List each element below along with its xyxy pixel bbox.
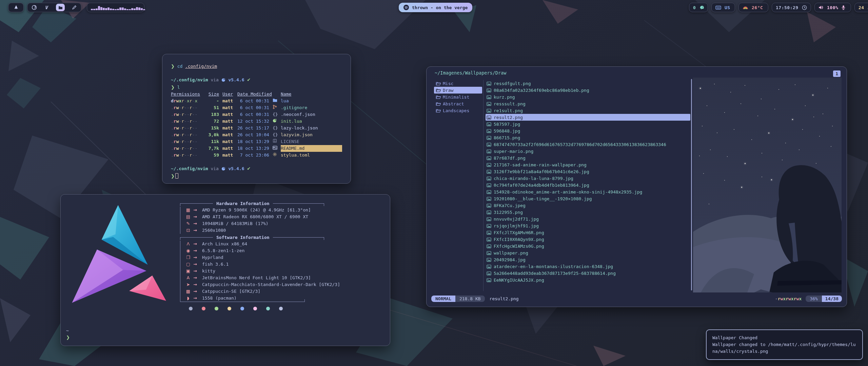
file-row[interactable]: 3122955.png	[486, 209, 690, 216]
image-file-icon	[487, 149, 491, 154]
visualizer-bar	[91, 9, 93, 10]
file-row[interactable]: FXfcJlTXgAMvH6R.png	[486, 229, 690, 236]
arrow-icon: →	[193, 247, 202, 254]
file-row[interactable]: super-mario.png	[486, 148, 690, 155]
listing-row: .rw-r--r--7,7kmatt18 oct 13:29README.md	[171, 145, 342, 152]
tray-updates[interactable]: 0	[689, 3, 708, 12]
file-row[interactable]: atardecer-en-la-montanas-ilustracion-634…	[486, 263, 690, 270]
file-row[interactable]: EeNKYgIUcAAJ5JX.png	[486, 277, 690, 283]
file-row[interactable]: result2.png	[486, 114, 690, 121]
check-icon: ✔	[247, 77, 251, 82]
image-file-icon	[487, 271, 491, 276]
file-row[interactable]: 87r687df.png	[486, 155, 690, 161]
file-name: 68747470733a2f2f696d616765732d7769786d70…	[494, 142, 666, 147]
visualizer-bar	[115, 9, 117, 10]
file-name: chica-mirando-la-luna-8799.jpg	[494, 176, 573, 181]
workspace-firefox[interactable]	[31, 4, 37, 11]
file-row[interactable]: re1sult.png	[486, 107, 690, 114]
file-name: rsjqojlmjhf91.jpg	[494, 223, 539, 228]
tray-weather[interactable]: 26°C	[738, 3, 768, 12]
file-row[interactable]: 8FKa7Cu.jpeg	[486, 202, 690, 209]
file-row[interactable]: FXfcII0X0AQyn9X.png	[486, 236, 690, 243]
file-row[interactable]: 0c794faf07de24a4db4d4fb1eb813964.jpg	[486, 182, 690, 188]
theme-icon: ▩	[183, 288, 193, 295]
file-row[interactable]: 68747470733a2f2f696d616765732d7769786d70…	[486, 141, 690, 148]
packages-icon: ◗	[183, 295, 193, 302]
file-row[interactable]: 866715.png	[486, 134, 690, 141]
file-row[interactable]: 587597.jpg	[486, 121, 690, 127]
terminal-window[interactable]: ❯ cd .config/nvim ~/.config/nvim via v5.…	[162, 54, 351, 184]
file-name: 0c794faf07de24a4db4d4fb1eb813964.jpg	[494, 183, 589, 188]
notification-title: Wallpaper Changed	[712, 334, 856, 341]
file-row[interactable]: 217167-sad-anime-rain-wallpaper.png	[486, 161, 690, 168]
sidebar-directory-minimalist[interactable]: Minimalist	[434, 94, 482, 100]
arrow-icon: →	[193, 220, 202, 227]
status-filename: result2.png	[490, 296, 519, 301]
workspace-files-active[interactable]	[56, 4, 65, 11]
info-row: ◉→6.5.8-zen1-1-zen	[180, 247, 383, 254]
file-row[interactable]: kurz.png	[486, 94, 690, 100]
arrow-icon: →	[193, 261, 202, 268]
file-name: 8FKa7Cu.jpeg	[494, 203, 526, 208]
file-list-scrollbar[interactable]	[691, 79, 692, 290]
app-launcher-button[interactable]	[8, 3, 24, 12]
listing-row: .rw-r--r--3,0kmatt26 oct 10:04{}lazyvim.…	[171, 131, 342, 138]
file-row[interactable]: FXfcHgcWIAMzs0G.png	[486, 243, 690, 249]
file-name: nnvuv0xj2df71.jpg	[494, 217, 539, 222]
file-name: wallpaper.png	[494, 250, 528, 256]
workspace-vim[interactable]: V	[44, 4, 50, 11]
arrow-icon: →	[193, 288, 202, 295]
file-name: 87r687df.png	[494, 156, 526, 161]
file-row[interactable]: rsjqojlmjhf91.jpg	[486, 222, 690, 229]
sidebar-directory-draw[interactable]: Draw	[434, 87, 482, 94]
file-row[interactable]: 596848.jpg	[486, 127, 690, 134]
tray-audio[interactable]: 100%	[814, 3, 851, 12]
scroll-percent-badge: 36%	[806, 296, 822, 302]
tray-keyboard-layout[interactable]: US	[711, 3, 735, 12]
info-text: Arch Linux x86_64	[202, 241, 383, 247]
file-row[interactable]: 3126f7e9bbf21a8a4af0b67b041c6e26.jpg	[486, 168, 690, 175]
now-playing-widget[interactable]: thrown - on the verge	[399, 3, 472, 12]
listing-row: .rw-r--r--72matt12 oct 15:32init.lua	[171, 118, 342, 125]
now-playing-title: thrown - on the verge	[412, 5, 468, 10]
file-name: re1sult.png	[494, 108, 523, 113]
file-row[interactable]: 20492984.jpg	[486, 256, 690, 263]
sidebar-directory-landscapes[interactable]: Landscapes	[434, 107, 482, 114]
updates-count: 0	[693, 5, 696, 10]
image-file-icon	[487, 163, 491, 167]
tray-clock[interactable]: 17:50:29	[772, 3, 811, 12]
visualizer-bar	[134, 8, 136, 10]
file-row[interactable]: 08a634fa02a32364f69ebc86a98eb1eb.png	[486, 87, 690, 94]
workspace-draw[interactable]	[71, 4, 77, 11]
file-row[interactable]: resssult.png	[486, 100, 690, 107]
file-manager-window[interactable]: ~/Imagenes/Wallpapers/Draw 1 MiscDrawMin…	[426, 66, 847, 307]
image-file-icon	[487, 244, 491, 248]
arrow-icon: →	[193, 254, 202, 261]
file-row[interactable]: chica-mirando-la-luna-8799.jpg	[486, 175, 690, 182]
file-name: README.md	[281, 145, 342, 152]
notification-toast[interactable]: Wallpaper Changed Wallpaper changed to /…	[706, 329, 863, 360]
sidebar-directory-abstract[interactable]: Abstract	[434, 100, 482, 107]
display-icon: ⊡	[183, 227, 193, 234]
image-file-icon	[487, 278, 491, 282]
visualizer-bar	[122, 7, 124, 10]
file-row[interactable]: 19201080-__blue-tinge__-1920×1080.jpg	[486, 195, 690, 202]
image-file-icon	[487, 230, 491, 235]
sidebar-directory-misc[interactable]: Misc	[434, 80, 482, 87]
tab-badge[interactable]: 1	[833, 70, 841, 77]
file-name: 5a266e448add93deab367d87173e9f25-6837886…	[494, 271, 616, 276]
visualizer-bar	[117, 9, 119, 10]
tray-notifications[interactable]: 24	[854, 3, 868, 12]
file-row[interactable]: nnvuv0xj2df71.jpg	[486, 216, 690, 222]
fetch-window[interactable]: Hardware Information ▦→AMD Ryzen 9 5900X…	[60, 194, 390, 346]
file-name: EeNKYgIUcAAJ5JX.png	[494, 278, 544, 283]
prompt-cwd: ~	[66, 327, 70, 334]
file-row[interactable]: 154928-odinokoe_anime-art-anime-okno-sin…	[486, 188, 690, 195]
file-row[interactable]: wallpaper.png	[486, 249, 690, 256]
info-text: Hyprland	[202, 254, 383, 261]
fetch-shell-prompt[interactable]: ~ ❯	[66, 327, 70, 341]
file-name: super-mario.png	[494, 149, 533, 154]
file-name: 866715.png	[494, 135, 520, 140]
file-row[interactable]: 5a266e448add93deab367d87173e9f25-6837886…	[486, 270, 690, 277]
file-row[interactable]: ressdfgult.png	[486, 80, 690, 87]
